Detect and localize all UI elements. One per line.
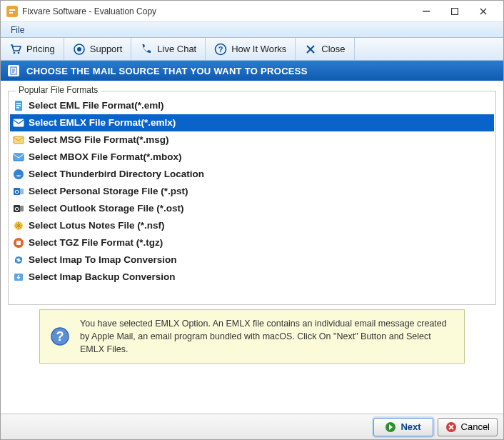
svg-text:?: ? — [218, 45, 223, 54]
next-button[interactable]: Next — [373, 418, 433, 436]
svg-point-3 — [14, 51, 16, 54]
format-item[interactable]: Select EML File Format(*.eml) — [10, 97, 494, 114]
phone-icon — [140, 43, 153, 56]
svg-rect-12 — [16, 103, 21, 104]
minimize-button[interactable] — [412, 1, 440, 21]
backup-icon — [13, 271, 24, 283]
window-title: Fixvare Software - Evaluation Copy — [22, 6, 412, 16]
svg-point-4 — [18, 51, 20, 54]
format-item-label: Select Thunderbird Directory Location — [29, 167, 204, 181]
tgz-icon — [13, 237, 24, 249]
window-controls — [412, 1, 498, 21]
sync-icon — [13, 254, 24, 266]
format-item[interactable]: Select MSG File Format(*.msg) — [10, 131, 494, 149]
svg-rect-24 — [20, 206, 24, 211]
question-icon: ? — [214, 43, 227, 56]
svg-rect-14 — [16, 107, 19, 109]
format-item-label: Select TGZ File Format (*.tgz) — [29, 236, 163, 250]
mail-yellow-icon — [13, 134, 24, 146]
formats-list: Select EML File Format(*.eml)Select EMLX… — [10, 97, 494, 286]
outlook-dark-icon: O — [13, 203, 24, 214]
format-item[interactable]: OSelect Outlook Storage File (*.ost) — [10, 200, 494, 217]
file-blue-icon — [13, 100, 24, 111]
toolbar-how-it-works[interactable]: ? How It Works — [206, 38, 296, 60]
menu-file[interactable]: File — [5, 24, 30, 36]
svg-rect-16 — [14, 136, 24, 144]
maximize-button[interactable] — [440, 1, 469, 21]
cart-icon — [9, 43, 22, 56]
lotus-icon — [13, 220, 24, 231]
format-item[interactable]: Select Imap To Imap Conversion — [10, 251, 494, 269]
info-question-icon: ? — [50, 326, 70, 346]
outlook-icon: O — [13, 186, 24, 197]
toolbar-pricing-label: Pricing — [26, 44, 55, 54]
format-item-label: Select Imap Backup Conversion — [29, 270, 176, 284]
svg-point-6 — [77, 47, 81, 51]
format-item-label: Select Personal Storage File (*.pst) — [29, 184, 188, 199]
arrow-right-icon — [385, 421, 396, 433]
svg-rect-2 — [452, 8, 458, 14]
format-item-label: Select EML File Format(*.eml) — [29, 99, 164, 113]
app-icon — [6, 6, 18, 17]
format-item-label: Select Imap To Imap Conversion — [29, 253, 177, 267]
support-icon — [73, 43, 86, 56]
toolbar-live-chat[interactable]: Live Chat — [131, 38, 206, 60]
format-item-label: Select Lotus Notes File (*.nsf) — [29, 219, 165, 233]
toolbar-how-it-works-label: How It Works — [231, 44, 286, 54]
svg-rect-27 — [16, 241, 21, 245]
svg-rect-13 — [16, 105, 21, 106]
svg-text:O: O — [14, 206, 19, 212]
format-item[interactable]: Select TGZ File Format (*.tgz) — [10, 234, 494, 251]
format-item-label: Select MSG File Format(*.msg) — [29, 133, 169, 147]
mail-white-icon — [13, 117, 24, 129]
titlebar: Fixvare Software - Evaluation Copy — [1, 1, 503, 22]
svg-text:O: O — [14, 189, 19, 195]
svg-rect-0 — [6, 6, 18, 17]
format-item[interactable]: OSelect Personal Storage File (*.pst) — [10, 183, 494, 200]
mail-blue-icon — [13, 151, 24, 163]
toolbar-pricing[interactable]: Pricing — [1, 38, 64, 60]
formats-groupbox: Popular File Formats Select EML File For… — [8, 91, 496, 305]
footer: Next Cancel — [1, 414, 503, 439]
svg-text:?: ? — [56, 329, 64, 344]
format-item-label: Select MBOX File Format(*.mbox) — [29, 150, 182, 164]
svg-rect-21 — [20, 189, 24, 194]
instruction-banner-text: CHOOSE THE MAIL SOURCE THAT YOU WANT TO … — [26, 66, 308, 76]
toolbar-close-label: Close — [321, 44, 345, 54]
toolbar-support-label: Support — [90, 44, 123, 54]
main-area: Popular File Formats Select EML File For… — [1, 81, 503, 364]
cancel-button-label: Cancel — [461, 421, 490, 432]
format-item[interactable]: Select EMLX File Format(*.emlx) — [10, 114, 494, 131]
svg-rect-1 — [423, 11, 430, 12]
format-item-label: Select EMLX File Format(*.emlx) — [29, 116, 176, 130]
close-icon — [304, 43, 317, 56]
document-icon — [8, 65, 19, 76]
toolbar-live-chat-label: Live Chat — [157, 44, 196, 54]
formats-group-label: Popular File Formats — [16, 85, 101, 95]
format-item[interactable]: Select Lotus Notes File (*.nsf) — [10, 217, 494, 234]
svg-point-18 — [14, 169, 24, 179]
cancel-icon — [445, 421, 457, 433]
window-close-button[interactable] — [469, 1, 498, 21]
thunderbird-icon — [13, 169, 24, 180]
info-panel: ? You have selected EMLX Option. An EMLX… — [39, 309, 465, 364]
next-button-label: Next — [400, 421, 420, 432]
format-item[interactable]: Select MBOX File Format(*.mbox) — [10, 149, 494, 166]
toolbar-support[interactable]: Support — [64, 38, 132, 60]
format-item[interactable]: Select Thunderbird Directory Location — [10, 166, 494, 183]
svg-rect-15 — [14, 119, 24, 126]
format-item-label: Select Outlook Storage File (*.ost) — [29, 201, 184, 216]
toolbar-close[interactable]: Close — [296, 38, 354, 60]
toolbar: Pricing Support Live Chat ? How It Works… — [1, 38, 503, 61]
menubar: File — [1, 22, 503, 38]
cancel-button[interactable]: Cancel — [438, 418, 498, 436]
instruction-banner: CHOOSE THE MAIL SOURCE THAT YOU WANT TO … — [1, 61, 503, 81]
info-text: You have selected EMLX Option. An EMLX f… — [80, 317, 454, 356]
format-item[interactable]: Select Imap Backup Conversion — [10, 269, 494, 286]
svg-rect-17 — [14, 154, 24, 161]
